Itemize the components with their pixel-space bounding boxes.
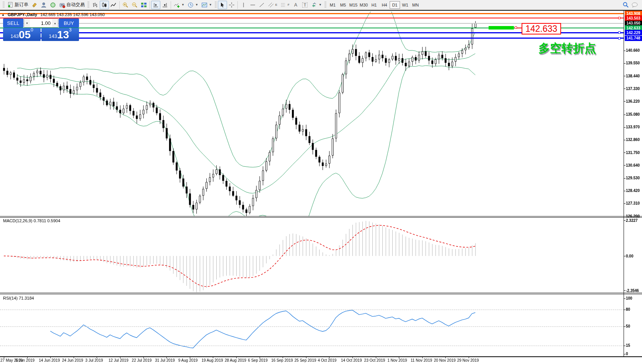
horizontal-line-tool[interactable] <box>248 1 257 9</box>
toolbar-grip[interactable] <box>3 2 5 8</box>
timeframe-h4[interactable]: H4 <box>379 1 390 9</box>
tile-windows-button[interactable] <box>139 1 148 9</box>
sell-button[interactable]: SELL <box>3 18 23 28</box>
highlight-segment[interactable] <box>489 26 514 30</box>
styler-button[interactable] <box>30 1 39 9</box>
rsi-pane-separator[interactable] <box>0 294 642 294</box>
channel-tool[interactable]: E <box>267 1 279 9</box>
zoom-in-button[interactable] <box>121 1 130 9</box>
trendline-tool[interactable] <box>257 1 267 9</box>
profile-button[interactable] <box>39 1 48 9</box>
date-axis-line <box>0 356 642 357</box>
indicators-button[interactable]: ▼ <box>172 1 186 9</box>
price-tick-mark <box>624 63 626 64</box>
buy-price[interactable]: 143 13 3 <box>41 28 79 41</box>
timeframe-m15[interactable]: M15 <box>348 1 359 9</box>
price-tick-mark <box>624 76 626 76</box>
price-tick-mark <box>624 216 626 216</box>
line-chart-button[interactable] <box>109 1 118 9</box>
autoscroll-button[interactable] <box>151 1 160 9</box>
level-handle[interactable] <box>618 31 621 34</box>
macd-tick-mark <box>624 256 626 256</box>
price-axis-tag: 143.503 <box>625 15 642 21</box>
turning-point-annotation[interactable]: 多空转折点 <box>538 41 596 56</box>
collapse-icon[interactable]: ▲ <box>2 13 5 16</box>
buy-price-pips: 13 <box>57 30 69 40</box>
label-tool[interactable]: T <box>300 1 309 9</box>
toolbar-grip[interactable] <box>215 2 217 8</box>
signals-icon <box>50 2 56 8</box>
chart-ohlc-values: 142.665 143.235 142.596 143.050 <box>40 12 105 17</box>
vertical-line-icon <box>240 2 247 8</box>
price-tick-mark <box>624 140 626 140</box>
level-handle[interactable] <box>618 37 621 39</box>
dropdown-icon: ▼ <box>319 3 322 7</box>
new-order-icon <box>7 2 13 8</box>
macd-pane-separator[interactable] <box>0 216 642 216</box>
dropdown-icon: ▼ <box>195 3 198 7</box>
timeframe-h1[interactable]: H1 <box>369 1 379 9</box>
price-axis-line <box>624 11 624 357</box>
toolbar-grip[interactable] <box>324 2 326 8</box>
macd-tick-mark <box>624 290 626 291</box>
timeframe-d1[interactable]: D1 <box>390 1 400 9</box>
macd-pane-separator[interactable] <box>0 217 642 218</box>
text-tool-icon: A <box>294 2 297 8</box>
timeframe-mn[interactable]: MN <box>410 1 421 9</box>
date-tick-label: 6 Sep 2019 <box>248 358 268 362</box>
signals-button[interactable] <box>48 1 58 9</box>
toolbar: 新订单 自动交易 ▼ ▼ <box>0 0 642 10</box>
date-tick-label: 20 Nov 2019 <box>434 358 456 362</box>
toolbar-grip[interactable] <box>87 2 89 8</box>
volume-down-button[interactable]: ▼ <box>24 19 30 27</box>
cursor-button[interactable] <box>218 1 227 9</box>
timeframe-m30[interactable]: M30 <box>359 1 369 9</box>
styler-icon <box>31 2 38 8</box>
callout-connector <box>517 28 522 28</box>
date-tick-label: 29 Nov 2019 <box>457 358 479 362</box>
volume-up-button[interactable]: ▲ <box>52 19 58 27</box>
buy-price-point: 3 <box>69 24 72 36</box>
macd-label: MACD(12,26,9) 0.7811 0.5904 <box>3 218 60 223</box>
fibonacci-tool[interactable]: F <box>279 1 291 9</box>
periods-button[interactable]: ▼ <box>186 1 200 9</box>
price-callout-box[interactable]: 142.633 <box>522 23 561 34</box>
price-tick-mark <box>624 191 626 191</box>
vertical-line-tool[interactable] <box>239 1 248 9</box>
sell-price[interactable]: 143 05 0 <box>3 28 41 41</box>
price-level-line[interactable] <box>0 38 624 39</box>
bar-chart-button[interactable] <box>91 1 100 9</box>
volume-stepper: ▼ 1.00 ▲ <box>24 18 58 28</box>
text-tool[interactable]: A <box>291 1 300 9</box>
candlestick-chart-button[interactable] <box>100 1 109 9</box>
timeframe-m1[interactable]: M1 <box>328 1 338 9</box>
date-tick-label: 4 Oct 2019 <box>318 358 336 362</box>
date-tick-label: 24 Jun 2019 <box>62 358 83 362</box>
rsi-tick-mark <box>624 310 626 310</box>
dropdown-icon: ▼ <box>209 3 212 7</box>
templates-button[interactable]: ▼ <box>200 1 214 9</box>
level-handle[interactable] <box>618 17 621 19</box>
price-tick-mark <box>624 115 626 115</box>
rsi-pane-separator[interactable] <box>0 293 642 293</box>
search-icon[interactable] <box>622 2 629 8</box>
rsi-tick-mark <box>624 326 626 327</box>
timeframe-m5[interactable]: M5 <box>338 1 348 9</box>
arrows-tool[interactable]: ▼ <box>309 1 323 9</box>
date-tick-label: 25 Sep 2019 <box>295 358 316 362</box>
price-level-line[interactable] <box>0 18 624 18</box>
new-order-button[interactable]: 新订单 <box>6 1 30 9</box>
crosshair-button[interactable] <box>227 1 236 9</box>
chart-shift-button[interactable] <box>160 1 170 9</box>
autotrading-button[interactable]: 自动交易 <box>58 1 86 9</box>
price-tick-mark <box>624 203 626 204</box>
price-tick-label: 128.420 <box>626 189 640 193</box>
chart-canvas[interactable] <box>0 11 642 364</box>
candlestick-chart-icon <box>101 2 107 8</box>
price-tick-mark <box>624 178 626 179</box>
timeframe-w1[interactable]: W1 <box>400 1 410 9</box>
chat-icon[interactable] <box>631 2 638 8</box>
autoscroll-icon <box>153 2 159 8</box>
zoom-out-button[interactable] <box>130 1 139 9</box>
rsi-level-line <box>0 326 624 327</box>
